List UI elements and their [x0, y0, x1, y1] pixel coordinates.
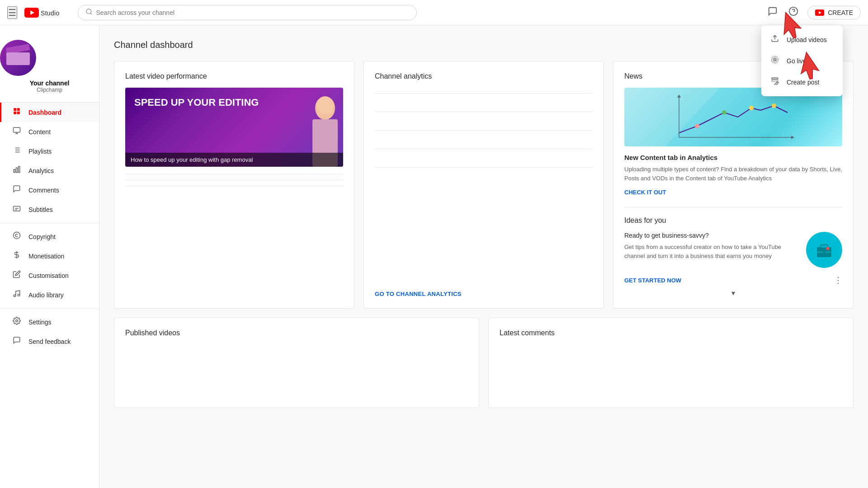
svg-rect-52: [772, 80, 778, 82]
sidebar-item-content[interactable]: Content: [0, 122, 99, 141]
main-content: Channel dashboard Latest video performan…: [99, 25, 868, 488]
news-image: [624, 88, 842, 146]
nav-divider: [0, 223, 99, 223]
comments-icon: [12, 185, 21, 195]
create-post-item[interactable]: Create post: [761, 71, 843, 93]
sidebar-item-analytics[interactable]: Analytics: [0, 161, 99, 180]
sidebar-subtitles-label: Subtitles: [28, 206, 53, 213]
create-post-icon: [770, 77, 779, 87]
topnav: ☰ Studio: [0, 0, 868, 25]
page-title: Channel dashboard: [114, 40, 854, 50]
svg-point-33: [695, 124, 699, 128]
sidebar-feedback-label: Send feedback: [28, 338, 71, 345]
search-icon: [85, 8, 93, 17]
sidebar-playlists-label: Playlists: [28, 148, 52, 155]
dashboard-icon: [12, 107, 21, 117]
svg-point-27: [16, 320, 18, 322]
help-button[interactable]: [787, 5, 800, 20]
latest-video-card: Latest video performance SPEED UP YOUR E…: [114, 61, 354, 309]
channel-analytics-card: Channel analytics GO TO CHANNEL ANALYTIC…: [363, 61, 604, 309]
ideas-icon: [806, 232, 842, 268]
sidebar-item-comments[interactable]: Comments: [0, 180, 99, 200]
svg-point-35: [749, 106, 754, 110]
create-post-label: Create post: [787, 79, 819, 86]
latest-comments-card: Latest comments: [488, 318, 854, 408]
sidebar-monetisation-label: Monetisation: [28, 253, 64, 260]
sidebar-item-settings[interactable]: Settings: [0, 312, 99, 332]
ideas-title: Ideas for you: [624, 216, 842, 225]
customisation-icon: [12, 270, 21, 281]
playlists-icon: [12, 146, 21, 156]
published-videos-card: Published videos: [114, 318, 479, 408]
sidebar-item-subtitles[interactable]: Subtitles: [0, 200, 99, 219]
upload-icon: [770, 34, 779, 45]
upload-videos-label: Upload videos: [787, 36, 827, 43]
sidebar-audio-label: Audio library: [28, 291, 64, 299]
analytics-icon: [12, 165, 21, 176]
svg-point-34: [722, 110, 726, 115]
published-videos-title: Published videos: [125, 329, 468, 337]
content-icon: [12, 127, 21, 137]
sidebar-settings-label: Settings: [28, 319, 52, 326]
svg-rect-21: [19, 166, 20, 173]
news-card-title: News: [624, 72, 642, 80]
video-thumbnail[interactable]: SPEED UP YOUR EDITING How to speed up yo…: [125, 88, 343, 167]
studio-label: Studio: [41, 9, 60, 17]
svg-point-2: [86, 9, 91, 14]
svg-point-25: [14, 295, 16, 297]
go-live-icon: [770, 56, 779, 66]
subtitles-icon: [12, 204, 21, 215]
ideas-text: Ready to get business-savvy? Get tips fr…: [624, 232, 799, 260]
svg-rect-19: [14, 169, 15, 173]
svg-line-3: [90, 13, 92, 14]
go-live-item[interactable]: Go live: [761, 50, 843, 71]
collapse-button[interactable]: ▾: [624, 289, 842, 297]
svg-rect-12: [14, 127, 20, 132]
sidebar-item-feedback[interactable]: Send feedback: [0, 332, 99, 351]
create-button[interactable]: CREATE: [807, 6, 861, 19]
svg-point-36: [772, 103, 776, 108]
svg-rect-9: [17, 108, 20, 111]
sidebar-item-customisation[interactable]: Customisation: [0, 266, 99, 285]
svg-rect-51: [772, 78, 778, 79]
svg-rect-45: [823, 251, 826, 253]
search-input[interactable]: [96, 9, 409, 16]
go-live-label: Go live: [787, 57, 807, 65]
create-dropdown-menu: Upload videos Go live Create post: [761, 25, 843, 96]
sidebar-customisation-label: Customisation: [28, 272, 69, 279]
svg-point-23: [14, 232, 20, 239]
sidebar-item-copyright[interactable]: Copyright: [0, 227, 99, 246]
sidebar: Your channel Clipchamp Dashboard Content…: [0, 25, 99, 488]
latest-comments-title: Latest comments: [500, 329, 842, 337]
audio-icon: [12, 290, 21, 300]
ideas-card: Ideas for you Ready to get business-savv…: [624, 207, 842, 285]
latest-video-title: Latest video performance: [125, 72, 343, 80]
analytics-content-area: [375, 88, 593, 283]
monetisation-icon: [12, 251, 21, 261]
ideas-ready-text: Ready to get business-savvy?: [624, 232, 799, 239]
sidebar-item-monetisation[interactable]: Monetisation: [0, 246, 99, 266]
svg-rect-20: [16, 168, 18, 173]
check-it-out-link[interactable]: CHECK IT OUT: [624, 189, 666, 196]
channel-subtitle: Clipchamp: [0, 87, 99, 93]
messages-button[interactable]: [766, 5, 779, 20]
sidebar-comments-label: Comments: [28, 187, 59, 194]
sidebar-item-playlists[interactable]: Playlists: [0, 141, 99, 161]
top-cards-row: Latest video performance SPEED UP YOUR E…: [114, 61, 854, 309]
hamburger-button[interactable]: ☰: [7, 6, 17, 19]
video-caption: How to speed up your editing with gap re…: [125, 153, 343, 167]
upload-videos-item[interactable]: Upload videos: [761, 29, 843, 50]
search-bar[interactable]: [78, 5, 417, 20]
go-to-analytics-link[interactable]: GO TO CHANNEL ANALYTICS: [375, 283, 593, 297]
channel-avatar: [0, 40, 36, 76]
feedback-icon: [12, 336, 21, 347]
sidebar-item-audio[interactable]: Audio library: [0, 285, 99, 305]
sidebar-item-dashboard[interactable]: Dashboard: [0, 103, 99, 122]
create-yt-icon: [815, 9, 824, 16]
news-chart-svg: [624, 88, 842, 146]
svg-rect-8: [14, 108, 16, 111]
ideas-more-button[interactable]: ⋮: [834, 275, 842, 285]
get-started-link[interactable]: GET STARTED NOW: [624, 277, 681, 284]
sidebar-nav: Dashboard Content Playlists Analytics Co…: [0, 103, 99, 351]
topnav-left: ☰ Studio: [7, 6, 60, 19]
